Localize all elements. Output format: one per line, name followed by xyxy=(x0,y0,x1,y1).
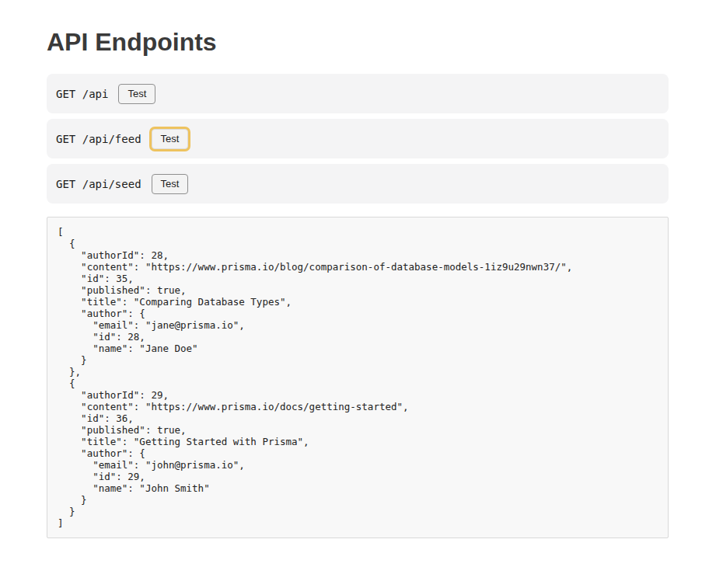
endpoint-row-api-feed: GET /api/feed Test xyxy=(47,119,669,158)
endpoint-label-api: GET /api xyxy=(56,88,108,100)
endpoint-label-api-seed: GET /api/seed xyxy=(56,178,141,190)
endpoint-row-api: GET /api Test xyxy=(47,74,669,113)
page-title: API Endpoints xyxy=(47,28,669,57)
endpoint-row-api-seed: GET /api/seed Test xyxy=(47,164,669,204)
test-button-api[interactable]: Test xyxy=(118,84,155,104)
test-button-api-seed[interactable]: Test xyxy=(152,174,189,194)
test-button-api-feed[interactable]: Test xyxy=(152,129,189,149)
api-endpoints-page: API Endpoints GET /api Test GET /api/fee… xyxy=(47,0,669,538)
response-json-output: [ { "authorId": 28, "content": "https://… xyxy=(47,217,669,538)
endpoint-label-api-feed: GET /api/feed xyxy=(56,133,141,145)
